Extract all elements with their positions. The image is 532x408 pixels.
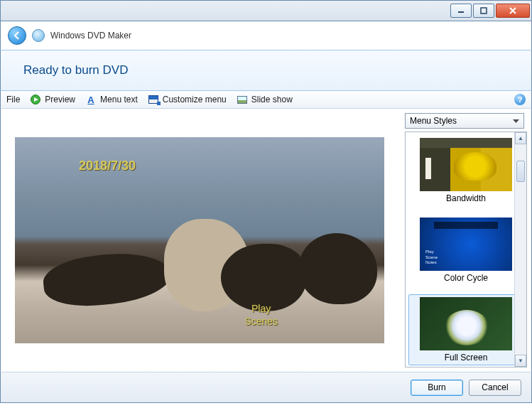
style-label: Full Screen bbox=[411, 353, 521, 363]
page-title: Ready to burn DVD bbox=[23, 63, 509, 77]
scroll-up-button[interactable]: ▲ bbox=[515, 132, 526, 144]
dvd-menu-play[interactable]: Play bbox=[244, 303, 278, 316]
file-label: File bbox=[6, 95, 20, 104]
styles-sidebar: Menu Styles Bandwidth PlaySceneNotes Col… bbox=[405, 109, 531, 372]
page-banner: Ready to burn DVD bbox=[0, 50, 532, 91]
date-stamp: 2018/7/30 bbox=[79, 159, 136, 173]
scroll-thumb[interactable] bbox=[516, 161, 525, 182]
minimize-button[interactable] bbox=[450, 4, 472, 18]
preview-artwork bbox=[221, 244, 306, 311]
style-label: Color Cycle bbox=[411, 273, 521, 283]
footer: Burn Cancel bbox=[0, 372, 532, 403]
preview-button[interactable]: Preview bbox=[30, 94, 75, 105]
close-button[interactable] bbox=[496, 4, 530, 18]
dvd-menu-links: Play Scenes bbox=[244, 303, 278, 328]
style-item-color-cycle[interactable]: PlaySceneNotes Color Cycle bbox=[408, 215, 523, 286]
preview-label: Preview bbox=[45, 95, 75, 104]
text-icon: A bbox=[85, 94, 97, 105]
cancel-label: Cancel bbox=[482, 382, 508, 392]
menu-styles-dropdown[interactable]: Menu Styles bbox=[405, 113, 524, 129]
slideshow-button[interactable]: Slide show bbox=[237, 94, 293, 105]
back-button[interactable] bbox=[8, 26, 26, 45]
customize-label: Customize menu bbox=[163, 95, 227, 104]
cancel-button[interactable]: Cancel bbox=[469, 380, 521, 396]
svg-rect-1 bbox=[481, 8, 487, 14]
customize-icon bbox=[148, 94, 159, 105]
header: Windows DVD Maker bbox=[0, 21, 532, 50]
menu-text-label: Menu text bbox=[100, 95, 138, 104]
style-label: Bandwidth bbox=[411, 193, 521, 203]
scroll-down-button[interactable]: ▼ bbox=[515, 355, 526, 367]
scrollbar[interactable]: ▲ ▼ bbox=[514, 132, 526, 367]
preview-artwork bbox=[41, 248, 173, 311]
toolbar: File Preview A Menu text Customize menu … bbox=[0, 91, 532, 109]
style-thumb bbox=[420, 297, 512, 350]
style-list: Bandwidth PlaySceneNotes Color Cycle Ful… bbox=[405, 131, 527, 367]
chevron-down-icon bbox=[513, 116, 519, 126]
burn-button[interactable]: Burn bbox=[411, 380, 463, 396]
svg-rect-0 bbox=[458, 11, 464, 13]
file-menu[interactable]: File bbox=[6, 95, 20, 104]
dvd-preview: 2018/7/30 Play Scenes bbox=[15, 137, 384, 343]
style-item-full-screen[interactable]: Full Screen bbox=[408, 294, 523, 365]
main-content: 2018/7/30 Play Scenes Menu Styles Bandwi… bbox=[0, 109, 532, 372]
slideshow-icon bbox=[237, 94, 248, 105]
style-thumb: PlaySceneNotes bbox=[420, 218, 512, 271]
preview-pane: 2018/7/30 Play Scenes bbox=[1, 109, 405, 372]
style-item-bandwidth[interactable]: Bandwidth bbox=[408, 135, 523, 206]
window-titlebar bbox=[0, 0, 532, 21]
menu-text-button[interactable]: A Menu text bbox=[85, 94, 138, 105]
help-button[interactable]: ? bbox=[514, 94, 526, 105]
maximize-button[interactable] bbox=[473, 4, 494, 18]
dvd-menu-scenes[interactable]: Scenes bbox=[244, 316, 278, 328]
style-thumb bbox=[420, 138, 512, 191]
play-icon bbox=[30, 94, 41, 105]
burn-label: Burn bbox=[428, 382, 445, 392]
app-title: Windows DVD Maker bbox=[50, 31, 131, 41]
dropdown-label: Menu Styles bbox=[410, 116, 457, 126]
slideshow-label: Slide show bbox=[251, 95, 293, 104]
preview-artwork bbox=[299, 233, 377, 304]
customize-menu-button[interactable]: Customize menu bbox=[148, 94, 227, 105]
app-icon bbox=[32, 29, 45, 42]
